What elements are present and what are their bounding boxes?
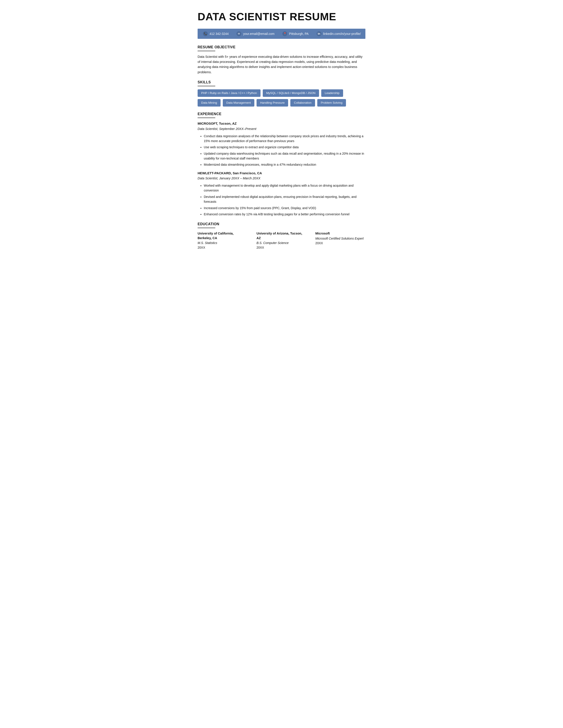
skills-title: SKILLS [197,80,366,85]
edu-school: Microsoft [315,231,366,236]
edu-year: 20XX [315,241,366,246]
experience-entry: HEWLETT-PACKARD, San Francisco, CAData S… [197,171,366,217]
contact-phone: 📞 412 342-3244 [203,31,228,36]
education-entry: University of Arizona, Tucson, AZB.S. Co… [256,231,307,250]
experience-section: EXPERIENCE MICROSOFT, Tucson, AZData Sci… [197,111,366,217]
skills-section: SKILLS PHP / Ruby on Rails / Java / C++ … [197,80,366,107]
objective-divider [197,51,215,51]
exp-bullet-item: Enhanced conversion rates by 12% via A/B… [204,212,366,217]
exp-bullet-item: Modernized data streamlining processes, … [204,162,366,167]
skills-grid: PHP / Ruby on Rails / Java / C++ / Pytho… [197,89,366,107]
exp-bullet-item: Worked with management to develop and ap… [204,183,366,193]
edu-year: 20XX [197,245,248,250]
exp-title: Data Scientist, January 20XX – March 20X… [197,176,366,181]
linkedin-icon: in [317,31,322,36]
objective-text: Data Scientist with 5+ years of experien… [197,54,366,75]
objective-section: RESUME OBJECTIVE Data Scientist with 5+ … [197,45,366,75]
education-title: EDUCATION [197,221,366,227]
objective-title: RESUME OBJECTIVE [197,45,366,50]
exp-bullet-item: Use web scraping techniques to extract a… [204,145,366,150]
skill-tag: Problem Solving [317,99,346,107]
resume-page: DATA SCIENTIST RESUME 📞 412 342-3244 ✉ y… [186,0,377,268]
contact-bar: 📞 412 342-3244 ✉ your.email@email.com 📍 … [197,29,366,39]
edu-year: 20XX [256,245,307,250]
email-icon: ✉ [236,31,241,36]
exp-bullet-item: Updated company data warehousing techniq… [204,151,366,161]
contact-location: 📍 Pittsburgh, PA [283,31,309,36]
exp-bullets: Worked with management to develop and ap… [197,183,366,217]
education-section: EDUCATION University of California, Berk… [197,221,366,250]
exp-bullets: Conduct data regression analyses of the … [197,134,366,167]
education-divider [197,228,215,228]
edu-degree: Microsoft Certified Solutions Expert [315,236,366,241]
exp-bullet-item: Devised and implemented robust digital a… [204,194,366,204]
experience-title: EXPERIENCE [197,111,366,117]
edu-degree: M.S. Statistics [197,241,248,245]
skill-tag: Collaboration [290,99,315,107]
experience-divider [197,118,215,118]
edu-school: University of California, Berkeley, CA [197,231,248,240]
education-entry: MicrosoftMicrosoft Certified Solutions E… [315,231,366,250]
location-icon: 📍 [283,31,287,36]
skill-tag: Data Management [223,99,254,107]
education-entry: University of California, Berkeley, CAM.… [197,231,248,250]
edu-degree: B.S. Computer Science [256,241,307,245]
exp-company: HEWLETT-PACKARD, San Francisco, CA [197,171,366,176]
experience-entry: MICROSOFT, Tucson, AZData Scientist, Sep… [197,121,366,167]
skill-tag: Data Mining [197,99,220,107]
exp-bullet-item: Increased conversions by 15% from paid s… [204,206,366,210]
edu-school: University of Arizona, Tucson, AZ [256,231,307,240]
resume-title: DATA SCIENTIST RESUME [197,9,366,25]
experience-entries: MICROSOFT, Tucson, AZData Scientist, Sep… [197,121,366,217]
exp-company: MICROSOFT, Tucson, AZ [197,121,366,126]
exp-title: Data Scientist, September 20XX–Present [197,127,366,131]
phone-icon: 📞 [203,31,208,36]
education-entries: University of California, Berkeley, CAM.… [197,231,366,250]
exp-bullet-item: Conduct data regression analyses of the … [204,134,366,144]
contact-linkedin: in linkedin.com/in/your-profile/ [317,31,361,36]
contact-email: ✉ your.email@email.com [236,31,274,36]
skills-divider [197,86,215,86]
skill-tag: Leadership [321,89,343,97]
skill-tag: Handling Pressure [256,99,288,107]
skill-tag: PHP / Ruby on Rails / Java / C++ / Pytho… [197,89,260,97]
skill-tag: MySQL / SQLite3 / MongoDB / JSON [263,89,319,97]
